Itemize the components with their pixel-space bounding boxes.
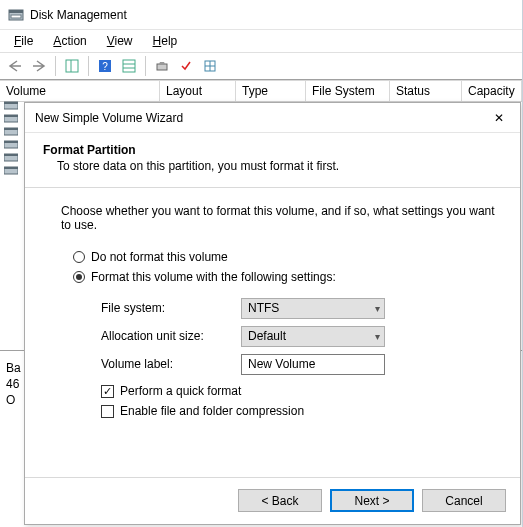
back-button[interactable]: < Back <box>238 489 322 512</box>
radio-label: Format this volume with the following se… <box>91 270 336 284</box>
allocation-combo[interactable]: Default ▾ <box>241 326 385 347</box>
toolbar-separator <box>88 56 89 76</box>
volume-table-header: Volume Layout Type File System Status Ca… <box>0 80 522 102</box>
volume-icon <box>4 113 18 124</box>
dialog-button-row: < Back Next > Cancel <box>238 489 506 512</box>
svg-rect-3 <box>66 60 78 72</box>
toolbar: ? <box>0 52 522 80</box>
svg-rect-23 <box>4 154 18 156</box>
col-capacity[interactable]: Capacity <box>462 80 522 101</box>
close-button[interactable]: ✕ <box>488 109 510 127</box>
svg-rect-2 <box>11 15 21 18</box>
col-type[interactable]: Type <box>236 80 306 101</box>
menu-view[interactable]: View <box>97 32 143 50</box>
svg-text:?: ? <box>102 61 108 72</box>
col-layout[interactable]: Layout <box>160 80 236 101</box>
toolbar-tool3-button[interactable] <box>199 55 221 77</box>
svg-rect-25 <box>4 167 18 169</box>
next-button[interactable]: Next > <box>330 489 414 512</box>
toolbar-tool1-button[interactable] <box>151 55 173 77</box>
checkbox-icon <box>101 385 114 398</box>
cancel-button[interactable]: Cancel <box>422 489 506 512</box>
svg-rect-7 <box>123 60 135 72</box>
dialog-heading: Format Partition <box>43 143 502 157</box>
volume-icon <box>4 126 18 137</box>
menubar: File Action View Help <box>0 30 522 52</box>
panes-icon <box>65 59 79 73</box>
wizard-dialog: New Simple Volume Wizard ✕ Format Partit… <box>24 102 521 525</box>
dialog-button-divider <box>25 477 520 478</box>
checkbox-label: Enable file and folder compression <box>120 404 304 418</box>
dialog-instruction: Choose whether you want to format this v… <box>61 204 502 232</box>
col-filesystem[interactable]: File System <box>306 80 390 101</box>
radio-label: Do not format this volume <box>91 250 228 264</box>
radio-format[interactable]: Format this volume with the following se… <box>73 270 502 284</box>
dialog-divider <box>25 187 520 188</box>
arrow-left-icon <box>8 60 22 72</box>
allocation-label: Allocation unit size: <box>101 329 241 343</box>
toolbar-tool2-button[interactable] <box>175 55 197 77</box>
volume-label-input[interactable] <box>241 354 385 375</box>
volume-label-label: Volume label: <box>101 357 241 371</box>
window-titlebar: Disk Management <box>0 0 522 30</box>
svg-rect-17 <box>4 115 18 117</box>
grid-icon <box>203 59 217 73</box>
arrow-right-icon <box>32 60 46 72</box>
forward-button[interactable] <box>28 55 50 77</box>
help-button[interactable]: ? <box>94 55 116 77</box>
volume-icon <box>4 139 18 150</box>
toolbar-list-button[interactable] <box>118 55 140 77</box>
filesystem-value: NTFS <box>248 301 279 315</box>
menu-file[interactable]: File <box>4 32 43 50</box>
bottom-line: Ba <box>6 360 21 376</box>
chevron-down-icon: ▾ <box>375 331 380 342</box>
svg-rect-10 <box>157 64 167 70</box>
col-volume[interactable]: Volume <box>0 80 160 101</box>
disk-management-icon <box>8 7 24 23</box>
back-button[interactable] <box>4 55 26 77</box>
radio-do-not-format[interactable]: Do not format this volume <box>73 250 502 264</box>
svg-rect-21 <box>4 141 18 143</box>
bottom-pane: Ba 46 O <box>6 360 21 408</box>
compression-checkbox[interactable]: Enable file and folder compression <box>101 404 502 418</box>
toolbar-separator <box>145 56 146 76</box>
radio-icon <box>73 271 85 283</box>
filesystem-label: File system: <box>101 301 241 315</box>
volume-icon <box>4 100 18 111</box>
checkbox-label: Perform a quick format <box>120 384 241 398</box>
svg-rect-1 <box>9 10 23 13</box>
toolbar-panes-button[interactable] <box>61 55 83 77</box>
volume-icon <box>4 165 18 176</box>
menu-help[interactable]: Help <box>143 32 188 50</box>
toolbar-separator <box>55 56 56 76</box>
window-title: Disk Management <box>30 8 127 22</box>
dialog-subheading: To store data on this partition, you mus… <box>57 159 502 173</box>
svg-rect-19 <box>4 128 18 130</box>
volume-row-icons <box>4 100 18 176</box>
radio-icon <box>73 251 85 263</box>
bottom-line: O <box>6 392 21 408</box>
allocation-value: Default <box>248 329 286 343</box>
svg-rect-15 <box>4 102 18 104</box>
col-status[interactable]: Status <box>390 80 462 101</box>
bottom-line: 46 <box>6 376 21 392</box>
filesystem-combo[interactable]: NTFS ▾ <box>241 298 385 319</box>
quick-format-checkbox[interactable]: Perform a quick format <box>101 384 502 398</box>
tool1-icon <box>155 59 169 73</box>
menu-action[interactable]: Action <box>43 32 96 50</box>
help-icon: ? <box>98 59 112 73</box>
chevron-down-icon: ▾ <box>375 303 380 314</box>
checkbox-icon <box>101 405 114 418</box>
dialog-titlebar: New Simple Volume Wizard ✕ <box>25 103 520 133</box>
dialog-title: New Simple Volume Wizard <box>35 111 183 125</box>
volume-icon <box>4 152 18 163</box>
checkmark-icon <box>179 59 193 73</box>
list-icon <box>122 59 136 73</box>
